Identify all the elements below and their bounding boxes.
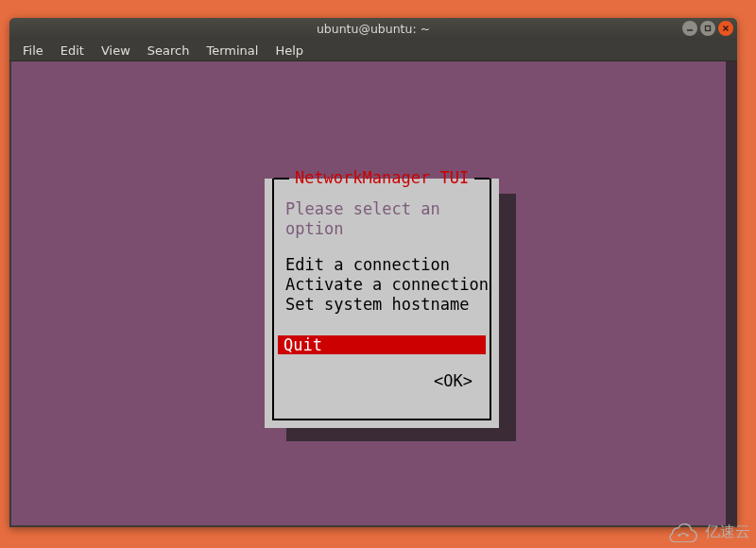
tui-border-line bbox=[474, 178, 490, 180]
tui-option-set-hostname[interactable]: Set system hostname bbox=[285, 295, 478, 315]
close-button[interactable] bbox=[718, 21, 733, 36]
tui-title-row: NetworkManager TUI bbox=[274, 168, 490, 188]
terminal-area[interactable]: NetworkManager TUI Please select an opti… bbox=[11, 61, 735, 525]
watermark: 亿速云 bbox=[667, 522, 750, 542]
tui-title: NetworkManager TUI bbox=[289, 168, 474, 188]
scrollbar[interactable] bbox=[726, 61, 737, 525]
tui-options-list: Edit a connection Activate a connection … bbox=[274, 238, 490, 314]
terminal-window: ubuntu@ubuntu: ~ File Edit View Search T… bbox=[9, 18, 737, 527]
minimize-icon bbox=[686, 25, 694, 32]
tui-border: NetworkManager TUI Please select an opti… bbox=[272, 179, 491, 420]
watermark-text: 亿速云 bbox=[705, 522, 750, 542]
menu-file[interactable]: File bbox=[14, 42, 52, 60]
tui-option-edit-connection[interactable]: Edit a connection bbox=[285, 255, 478, 275]
window-controls bbox=[682, 21, 733, 36]
tui-option-quit[interactable]: Quit bbox=[278, 335, 486, 355]
svg-rect-1 bbox=[706, 26, 711, 31]
menu-search[interactable]: Search bbox=[139, 42, 198, 60]
minimize-button[interactable] bbox=[682, 21, 697, 36]
tui-prompt: Please select an option bbox=[274, 188, 490, 238]
tui-border-line bbox=[274, 178, 289, 180]
titlebar: ubuntu@ubuntu: ~ bbox=[9, 18, 737, 40]
tui-ok-button[interactable]: <OK> bbox=[274, 354, 490, 391]
menu-help[interactable]: Help bbox=[266, 42, 312, 60]
menu-view[interactable]: View bbox=[93, 42, 139, 60]
svg-point-4 bbox=[678, 534, 680, 537]
window-title: ubuntu@ubuntu: ~ bbox=[317, 22, 430, 36]
menubar: File Edit View Search Terminal Help bbox=[9, 40, 737, 61]
menu-terminal[interactable]: Terminal bbox=[198, 42, 266, 60]
maximize-icon bbox=[704, 25, 712, 32]
menu-edit[interactable]: Edit bbox=[52, 42, 93, 60]
svg-point-5 bbox=[686, 534, 689, 537]
maximize-button[interactable] bbox=[700, 21, 715, 36]
tui-dialog: NetworkManager TUI Please select an opti… bbox=[265, 179, 499, 428]
cloud-icon bbox=[667, 522, 699, 542]
close-icon bbox=[722, 25, 730, 32]
tui-option-activate-connection[interactable]: Activate a connection bbox=[285, 275, 478, 295]
